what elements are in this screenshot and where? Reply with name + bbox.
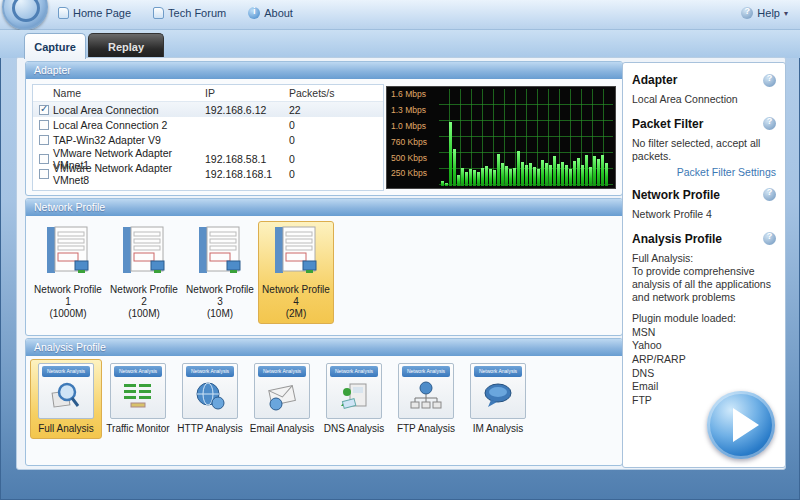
analysis-label: Email Analysis [248, 423, 316, 435]
traffic-graph: 1.6 Mbps1.3 Mbps1.0 Mbps760 Kbps500 Kbps… [386, 86, 616, 189]
nav-home-page[interactable]: Home Page [58, 7, 131, 19]
adapter-help-icon[interactable] [763, 74, 776, 87]
analysis-profile-help-icon[interactable] [763, 232, 776, 245]
graph-ytick: 500 Kbps [391, 154, 437, 163]
graph-bar [501, 163, 504, 186]
adapter-pps: 0 [289, 134, 383, 146]
graph-bar [485, 166, 488, 186]
analysis-http[interactable]: Network Analysis HTTP Analysis [174, 359, 246, 439]
graph-bar [529, 163, 532, 186]
graph-bar [549, 165, 552, 186]
packet-filter-help-icon[interactable] [763, 117, 776, 130]
table-row[interactable]: TAP-Win32 Adapter V9 0 [33, 132, 383, 147]
analysis-im[interactable]: Network Analysis IM Analysis [462, 359, 534, 439]
plugin-header: Plugin module loaded: [632, 312, 776, 326]
tab-capture[interactable]: Capture [24, 33, 86, 59]
im-analysis-icon: Network Analysis [470, 363, 526, 419]
sidebar-network-profile-title: Network Profile [632, 188, 720, 202]
graph-bar [605, 163, 608, 186]
adapter-checkbox[interactable] [39, 135, 49, 145]
analysis-profile-section: Analysis Profile Network Analysis Full A… [25, 338, 623, 466]
graph-bar [525, 165, 528, 186]
app-window: Home Page Tech Forum About Help ▾ Captur… [0, 0, 800, 500]
graph-bar [493, 170, 496, 186]
graph-bar [469, 169, 472, 186]
adapter-pps: 22 [289, 104, 383, 116]
analysis-label: FTP Analysis [392, 423, 460, 435]
analysis-full[interactable]: Network Analysis Full Analysis [30, 359, 102, 439]
network-profile-1[interactable]: Network Profile 1 (1000M) [30, 221, 106, 324]
col-name: Name [53, 87, 205, 99]
adapter-name: VMware Network Adapter VMnet8 [53, 162, 205, 186]
network-profile-section: Network Profile Network Profile 1 (1000M… [25, 198, 623, 336]
graph-bar [481, 168, 484, 186]
graph-bar [449, 122, 452, 186]
packet-filter-settings-link[interactable]: Packet Filter Settings [632, 166, 776, 178]
adapter-section: Adapter Name IP Packets/s Local Area Con… [25, 61, 623, 196]
analysis-traffic-monitor[interactable]: Network Analysis Traffic Monitor [102, 359, 174, 439]
graph-bar [601, 155, 604, 186]
graph-bar [489, 169, 492, 186]
graph-bar [453, 149, 456, 186]
traffic-graph-plot [439, 89, 613, 186]
graph-bar [509, 169, 512, 186]
table-row[interactable]: VMware Network Adapter VMnet1 192.168.58… [33, 147, 383, 162]
sidebar-analysis-description: Full Analysis: To provide comprehensive … [632, 252, 776, 305]
help-menu[interactable]: Help ▾ [741, 7, 788, 19]
sidebar-packet-filter-title: Packet Filter [632, 117, 703, 131]
graph-bar [457, 175, 460, 186]
network-profile-icon [45, 225, 91, 277]
adapter-pps: 0 [289, 153, 383, 165]
network-profile-2[interactable]: Network Profile 2 (100M) [106, 221, 182, 324]
nav-tech-forum-label: Tech Forum [168, 7, 226, 19]
sidebar-analysis-profile-title: Analysis Profile [632, 232, 722, 246]
analysis-label: DNS Analysis [320, 423, 388, 435]
nav-about-label: About [264, 7, 293, 19]
analysis-profile-section-header: Analysis Profile [26, 339, 622, 356]
top-bar: Home Page Tech Forum About Help ▾ [0, 0, 800, 30]
graph-bar [557, 164, 560, 186]
traffic-graph-bars [439, 89, 613, 186]
table-row[interactable]: Local Area Connection 2 0 [33, 117, 383, 132]
adapter-ip: 192.168.58.1 [205, 153, 289, 165]
network-profile-label: Network Profile 1 (1000M) [32, 284, 104, 320]
start-capture-button[interactable] [707, 391, 775, 459]
graph-bar [513, 168, 516, 186]
graph-bar [585, 155, 588, 186]
sidebar-packet-filter-value: No filter selected, accept all packets. [632, 137, 776, 164]
summary-sidebar: Adapter Local Area Connection Packet Fil… [622, 62, 786, 468]
adapter-checkbox[interactable] [39, 169, 49, 179]
plugin-item: ARP/RARP [632, 353, 776, 367]
graph-bar [577, 158, 580, 186]
sidebar-adapter-title: Adapter [632, 73, 677, 87]
adapter-section-header: Adapter [26, 62, 622, 79]
graph-bar [593, 156, 596, 186]
about-info-icon [248, 7, 260, 19]
analysis-dns[interactable]: Network Analysis DNS Analysis [318, 359, 390, 439]
analysis-email[interactable]: Network Analysis Email Analysis [246, 359, 318, 439]
nav-about[interactable]: About [248, 7, 293, 19]
adapter-checkbox[interactable] [39, 105, 49, 115]
nav-tech-forum[interactable]: Tech Forum [153, 7, 226, 19]
graph-bar [477, 172, 480, 186]
adapter-checkbox[interactable] [39, 120, 49, 130]
graph-bar [561, 162, 564, 186]
full-analysis-icon: Network Analysis [38, 363, 94, 419]
adapter-checkbox[interactable] [39, 154, 49, 164]
analysis-ftp[interactable]: Network Analysis FTP Analysis [390, 359, 462, 439]
play-icon [733, 408, 759, 442]
table-row[interactable]: Local Area Connection 192.168.6.12 22 [33, 102, 383, 117]
graph-bar [569, 169, 572, 186]
graph-bar [565, 165, 568, 186]
graph-bar [497, 154, 500, 186]
network-profile-label: Network Profile 4 (2M) [260, 284, 332, 320]
network-profile-help-icon[interactable] [763, 188, 776, 201]
network-profile-3[interactable]: Network Profile 3 (10M) [182, 221, 258, 324]
network-profile-4[interactable]: Network Profile 4 (2M) [258, 221, 334, 324]
network-profile-icon [121, 225, 167, 277]
app-logo-icon[interactable] [2, 0, 48, 30]
tab-replay[interactable]: Replay [88, 33, 164, 59]
adapter-name: Local Area Connection 2 [53, 119, 205, 131]
analysis-label: IM Analysis [464, 423, 532, 435]
adapter-ip: 192.168.168.1 [205, 168, 289, 180]
